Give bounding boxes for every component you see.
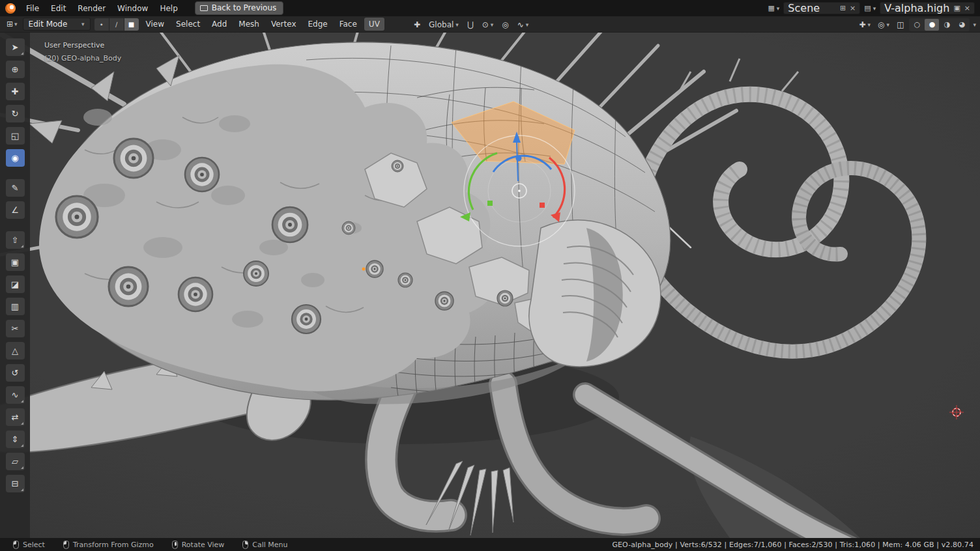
viewport-overlay-text: User Perspective (20) GEO-alpha_Body bbox=[44, 39, 121, 66]
hint-transform-from-gizmo: Transform From Gizmo bbox=[63, 541, 154, 549]
tool-rotate[interactable]: ↻ bbox=[6, 105, 25, 122]
tool-extrude-region[interactable]: ⇧ bbox=[6, 231, 25, 249]
snap-toggle[interactable]: ⋃ bbox=[465, 19, 476, 31]
topbar-right: ▦ ▾ Scene ⊞ × ▤ ▾ V-alpha.high ▣ × bbox=[768, 2, 975, 14]
chevron-down-icon: ▾ bbox=[491, 21, 494, 28]
shading-options-dropdown[interactable]: ▾ bbox=[973, 21, 976, 28]
transform-settings: ✚ Global ▾ ⋃ ⊙ ▾ ◎ ∿ ▾ bbox=[412, 16, 530, 33]
menu-file[interactable]: File bbox=[21, 2, 44, 15]
workspace-icon bbox=[200, 5, 208, 11]
shading-wireframe-button[interactable]: ○ bbox=[910, 19, 924, 31]
view-layer-selector[interactable]: V-alpha.high ▣ × bbox=[880, 2, 975, 14]
pivot-point-button[interactable]: ✚ bbox=[412, 19, 422, 31]
gizmos-icon: ✚ bbox=[859, 20, 866, 29]
back-to-previous-label: Back to Previous bbox=[212, 3, 277, 12]
tool-loop-cut[interactable]: ▥ bbox=[6, 298, 25, 315]
snap-magnet-icon: ⋃ bbox=[467, 20, 474, 29]
viewport-shading: ○ ● ◑ ◕ bbox=[909, 18, 970, 31]
toolbar: ➤ ⊕ ✚ ↻ ◱ ◉ ✎ ∠ ⇧ ▣ ◪ ▥ ✂ △ ↺ ∿ ⇄ ⇕ ▱ ⊟ bbox=[0, 33, 30, 538]
mouse-left-drag-icon bbox=[63, 541, 69, 549]
menu-vertex[interactable]: Vertex bbox=[267, 18, 301, 31]
tool-bevel[interactable]: ◪ bbox=[6, 276, 25, 293]
tool-measure[interactable]: ∠ bbox=[6, 201, 25, 219]
editor-type-icon: ⊞ bbox=[7, 20, 13, 29]
view-layer-name: V-alpha.high bbox=[884, 2, 949, 14]
mode-selector[interactable]: Edit Mode ▾ bbox=[23, 18, 91, 31]
shading-solid-button[interactable]: ● bbox=[925, 19, 939, 31]
viewport-3d[interactable]: User Perspective (20) GEO-alpha_Body bbox=[0, 33, 980, 538]
mode-label: Edit Mode bbox=[29, 20, 68, 29]
show-overlays-button[interactable]: ◎ ▾ bbox=[876, 19, 891, 31]
pivot-icon: ✚ bbox=[414, 20, 420, 29]
menu-face[interactable]: Face bbox=[335, 18, 362, 31]
tool-rip-region[interactable]: ⊟ bbox=[6, 475, 25, 492]
viewport-canvas[interactable] bbox=[0, 33, 980, 538]
snap-target-icon: ⊙ bbox=[482, 20, 489, 29]
view-layer-icon: ▤ bbox=[864, 5, 871, 12]
tool-scale[interactable]: ◱ bbox=[6, 127, 25, 145]
scene-selector[interactable]: Scene ⊞ × bbox=[783, 2, 860, 14]
tool-poly-build[interactable]: △ bbox=[6, 342, 25, 360]
edge-select-button[interactable]: ∕ bbox=[109, 18, 124, 31]
menu-help[interactable]: Help bbox=[154, 2, 182, 15]
shading-rendered-button[interactable]: ◕ bbox=[955, 19, 969, 31]
close-icon[interactable]: × bbox=[850, 5, 856, 12]
hint-rotate-view: Rotate View bbox=[172, 541, 225, 549]
menu-uv[interactable]: UV bbox=[364, 18, 384, 31]
tool-spin[interactable]: ↺ bbox=[6, 364, 25, 382]
scene-icon: ▦ bbox=[768, 5, 774, 12]
scene-browse[interactable]: ▦ ▾ bbox=[768, 5, 779, 12]
mesh-select-modes: ∙ ∕ ■ bbox=[94, 18, 139, 31]
view-layer-browse[interactable]: ▤ ▾ bbox=[864, 5, 876, 12]
menu-select[interactable]: Select bbox=[171, 18, 205, 31]
shading-material-button[interactable]: ◑ bbox=[940, 19, 954, 31]
chevron-down-icon: ▾ bbox=[14, 21, 18, 27]
tool-move[interactable]: ✚ bbox=[6, 83, 25, 100]
chevron-down-icon: ▾ bbox=[455, 21, 459, 28]
hint-label: Transform From Gizmo bbox=[73, 541, 154, 549]
back-to-previous-button[interactable]: Back to Previous bbox=[195, 1, 284, 15]
blender-window: File Edit Render Window Help Back to Pre… bbox=[0, 0, 980, 551]
menu-edge[interactable]: Edge bbox=[304, 18, 332, 31]
menu-render[interactable]: Render bbox=[72, 2, 111, 15]
chevron-down-icon: ▾ bbox=[868, 21, 871, 28]
blender-logo-icon[interactable] bbox=[5, 3, 16, 14]
face-select-button[interactable]: ■ bbox=[124, 18, 139, 31]
hint-label: Call Menu bbox=[252, 541, 287, 549]
tool-smooth[interactable]: ∿ bbox=[6, 386, 25, 404]
overlays-icon: ◎ bbox=[878, 20, 884, 29]
statusbar: Select Transform From Gizmo Rotate View … bbox=[0, 538, 980, 551]
menu-mesh[interactable]: Mesh bbox=[234, 18, 264, 31]
tool-select-box[interactable]: ➤ bbox=[6, 38, 25, 56]
proportional-editing-toggle[interactable]: ◎ bbox=[500, 19, 510, 31]
menu-add[interactable]: Add bbox=[207, 18, 231, 31]
tool-inset-faces[interactable]: ▣ bbox=[6, 253, 25, 271]
topbar: File Edit Render Window Help Back to Pre… bbox=[0, 0, 980, 16]
tool-cursor[interactable]: ⊕ bbox=[6, 61, 25, 78]
snap-target-dropdown[interactable]: ⊙ ▾ bbox=[480, 19, 496, 31]
new-scene-icon[interactable]: ⊞ bbox=[840, 5, 846, 12]
tool-edge-slide[interactable]: ⇄ bbox=[6, 408, 25, 426]
view-name: User Perspective bbox=[44, 39, 121, 52]
copy-icon[interactable]: ▣ bbox=[953, 5, 960, 12]
menu-view[interactable]: View bbox=[141, 18, 169, 31]
selected-vertex[interactable] bbox=[362, 268, 366, 271]
tool-transform[interactable]: ◉ bbox=[6, 149, 25, 167]
vertex-select-button[interactable]: ∙ bbox=[94, 18, 109, 31]
chevron-down-icon: ▾ bbox=[873, 5, 876, 12]
tool-annotate[interactable]: ✎ bbox=[6, 179, 25, 197]
menu-edit[interactable]: Edit bbox=[46, 2, 71, 15]
tool-shear[interactable]: ▱ bbox=[6, 453, 25, 470]
editor-type-button[interactable]: ⊞ ▾ bbox=[4, 18, 20, 30]
chevron-down-icon: ▾ bbox=[777, 5, 780, 12]
menu-window[interactable]: Window bbox=[112, 2, 153, 15]
falloff-dropdown[interactable]: ∿ ▾ bbox=[515, 19, 531, 31]
tool-knife[interactable]: ✂ bbox=[6, 320, 25, 337]
xray-toggle[interactable]: ◫ bbox=[895, 19, 906, 31]
falloff-icon: ∿ bbox=[517, 20, 524, 29]
hint-call-menu: Call Menu bbox=[242, 541, 287, 549]
orientation-dropdown[interactable]: Global ▾ bbox=[427, 19, 461, 31]
close-icon[interactable]: × bbox=[964, 5, 970, 12]
tool-shrink-fatten[interactable]: ⇕ bbox=[6, 431, 25, 448]
show-gizmos-button[interactable]: ✚ ▾ bbox=[857, 19, 873, 31]
